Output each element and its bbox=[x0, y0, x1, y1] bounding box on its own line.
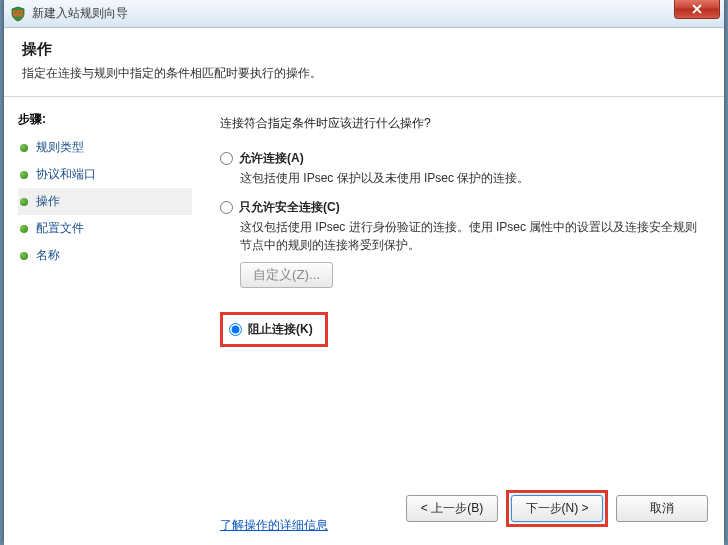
option-allow-row[interactable]: 允许连接(A) bbox=[220, 150, 700, 167]
option-allow: 允许连接(A) 这包括使用 IPsec 保护以及未使用 IPsec 保护的连接。 bbox=[220, 150, 700, 187]
back-button[interactable]: < 上一步(B) bbox=[406, 495, 498, 522]
highlight-next-button: 下一步(N) > bbox=[506, 490, 608, 527]
svg-rect-0 bbox=[13, 10, 23, 13]
bullet-icon bbox=[20, 171, 28, 179]
step-label: 协议和端口 bbox=[36, 166, 96, 183]
wizard-window: 新建入站规则向导 操作 指定在连接与规则中指定的条件相匹配时要执行的操作。 步骤… bbox=[3, 0, 725, 542]
radio-block[interactable] bbox=[229, 323, 242, 336]
step-name[interactable]: 名称 bbox=[18, 242, 192, 269]
step-label: 规则类型 bbox=[36, 139, 84, 156]
customize-button: 自定义(Z)... bbox=[240, 262, 333, 288]
step-action[interactable]: 操作 bbox=[18, 188, 192, 215]
steps-label: 步骤: bbox=[18, 111, 192, 128]
option-secure-label: 只允许安全连接(C) bbox=[239, 199, 340, 216]
option-block: 阻止连接(K) bbox=[229, 321, 313, 338]
close-button[interactable] bbox=[674, 0, 720, 19]
bullet-icon bbox=[20, 225, 28, 233]
bullet-icon bbox=[20, 144, 28, 152]
bullet-icon bbox=[20, 252, 28, 260]
step-label: 名称 bbox=[36, 247, 60, 264]
option-secure-desc: 这仅包括使用 IPsec 进行身份验证的连接。使用 IPsec 属性中的设置以及… bbox=[240, 219, 700, 254]
radio-secure[interactable] bbox=[220, 201, 233, 214]
bullet-icon bbox=[20, 198, 28, 206]
svg-rect-1 bbox=[13, 13, 23, 16]
highlight-block-option: 阻止连接(K) bbox=[220, 312, 328, 347]
steps-sidebar: 步骤: 规则类型 协议和端口 操作 配置文件 名称 bbox=[4, 97, 200, 545]
titlebar: 新建入站规则向导 bbox=[4, 0, 724, 28]
step-protocol-ports[interactable]: 协议和端口 bbox=[18, 161, 192, 188]
close-icon bbox=[692, 4, 702, 14]
window-title: 新建入站规则向导 bbox=[32, 5, 128, 22]
step-label: 操作 bbox=[36, 193, 60, 210]
option-secure: 只允许安全连接(C) 这仅包括使用 IPsec 进行身份验证的连接。使用 IPs… bbox=[220, 199, 700, 300]
page-title: 操作 bbox=[22, 40, 706, 59]
wizard-header: 操作 指定在连接与规则中指定的条件相匹配时要执行的操作。 bbox=[4, 28, 724, 97]
step-rule-type[interactable]: 规则类型 bbox=[18, 134, 192, 161]
wizard-body: 步骤: 规则类型 协议和端口 操作 配置文件 名称 连接 bbox=[4, 97, 724, 545]
cancel-button[interactable]: 取消 bbox=[616, 495, 708, 522]
option-secure-row[interactable]: 只允许安全连接(C) bbox=[220, 199, 700, 216]
option-allow-desc: 这包括使用 IPsec 保护以及未使用 IPsec 保护的连接。 bbox=[240, 170, 700, 187]
option-block-label: 阻止连接(K) bbox=[248, 321, 313, 338]
wizard-footer: < 上一步(B) 下一步(N) > 取消 bbox=[406, 490, 708, 527]
page-subtitle: 指定在连接与规则中指定的条件相匹配时要执行的操作。 bbox=[22, 65, 706, 82]
option-block-row[interactable]: 阻止连接(K) bbox=[229, 321, 313, 338]
learn-more-link[interactable]: 了解操作的详细信息 bbox=[220, 517, 328, 534]
radio-allow[interactable] bbox=[220, 152, 233, 165]
wizard-content: 连接符合指定条件时应该进行什么操作? 允许连接(A) 这包括使用 IPsec 保… bbox=[200, 97, 724, 545]
step-profile[interactable]: 配置文件 bbox=[18, 215, 192, 242]
next-button[interactable]: 下一步(N) > bbox=[511, 495, 603, 522]
step-label: 配置文件 bbox=[36, 220, 84, 237]
option-allow-label: 允许连接(A) bbox=[239, 150, 304, 167]
firewall-icon bbox=[10, 6, 26, 22]
action-prompt: 连接符合指定条件时应该进行什么操作? bbox=[220, 115, 700, 132]
